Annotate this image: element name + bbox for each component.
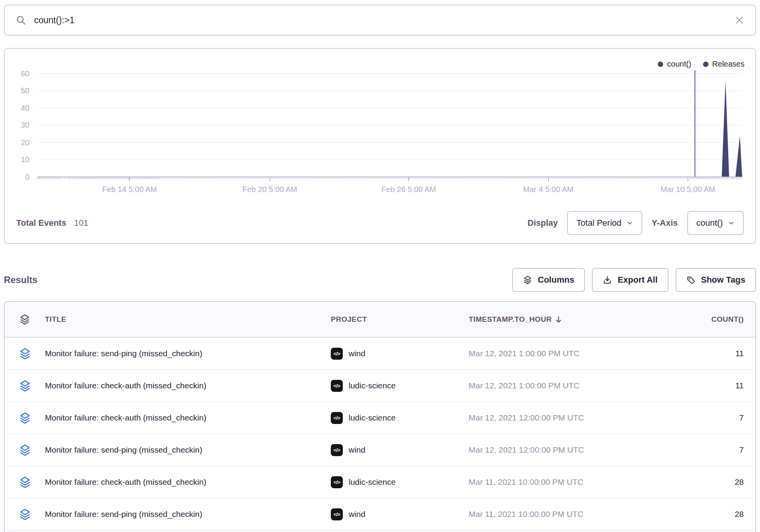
y-axis-tick-label: 40 [5, 103, 29, 113]
x-axis-labels: Feb 14 5:00 AMFeb 20 5:00 AMFeb 26 5:00 … [37, 185, 742, 195]
stack-icon[interactable] [19, 347, 31, 360]
event-title: Monitor failure: send-ping (missed_check… [45, 445, 331, 455]
total-events-label: Total Events [16, 218, 66, 228]
chart-plot-area [37, 70, 742, 177]
chevron-down-icon [728, 220, 734, 226]
event-timestamp: Mar 11, 2021 10:00:00 PM UTC [469, 510, 662, 519]
display-dropdown-value: Total Period [576, 218, 621, 228]
event-timestamp: Mar 12, 2021 1:00:00 PM UTC [469, 381, 662, 390]
legend-dot-releases-icon [703, 62, 708, 67]
results-header-row: Results Columns Export All Show Tags [4, 268, 756, 292]
stack-icon[interactable] [19, 314, 31, 325]
event-count: 28 [662, 510, 755, 519]
table-row: Monitor failure: send-ping (missed_check… [5, 338, 755, 370]
project-cell: </> wind [331, 444, 469, 456]
project-name: wind [349, 510, 365, 519]
stack-icon [523, 275, 532, 285]
table-row: Monitor failure: check-auth (missed_chec… [5, 466, 755, 498]
stack-icon[interactable] [19, 412, 31, 424]
stack-icon[interactable] [19, 476, 31, 489]
y-axis-dropdown-value: count() [696, 218, 723, 228]
column-header-title[interactable]: TITLE [45, 315, 331, 324]
table-row: Monitor failure: check-auth (missed_chec… [5, 370, 755, 402]
project-platform-icon: </> [331, 380, 343, 392]
y-axis-tick-label: 20 [5, 138, 29, 147]
project-name: wind [349, 445, 365, 455]
x-axis-major-tick [548, 177, 549, 181]
event-timestamp: Mar 11, 2021 10:00:00 PM UTC [469, 477, 662, 487]
stack-icon[interactable] [19, 508, 31, 521]
project-name: ludic-science [349, 381, 395, 390]
y-axis-tick-label: 10 [5, 155, 29, 164]
legend-item-releases[interactable]: Releases [703, 60, 745, 69]
stack-icon[interactable] [19, 444, 31, 456]
show-tags-button-label: Show Tags [701, 275, 746, 285]
table-row: Monitor failure: send-ping (missed_check… [5, 498, 755, 530]
event-count: 7 [662, 445, 755, 455]
event-count: 28 [662, 477, 755, 487]
legend-label: count() [667, 60, 691, 69]
project-platform-icon: </> [331, 348, 343, 360]
event-title: Monitor failure: send-ping (missed_check… [45, 510, 331, 519]
columns-button[interactable]: Columns [512, 268, 585, 292]
project-cell: </> ludic-science [331, 412, 469, 424]
legend-label: Releases [712, 60, 745, 69]
y-axis-tick-label: 60 [5, 69, 29, 78]
x-axis-tick-label: Feb 20 5:00 AM [242, 185, 297, 194]
search-input[interactable] [34, 15, 734, 26]
x-axis-tick-label: Mar 10 5:00 AM [660, 185, 715, 194]
total-events-value: 101 [74, 218, 88, 228]
event-title: Monitor failure: send-ping (missed_check… [45, 349, 331, 358]
table-footer-strip [5, 530, 755, 532]
x-axis-major-tick [688, 177, 688, 181]
x-axis-major-tick [408, 177, 409, 181]
table-header-row: TITLE PROJECT TIMESTAMP.TO_HOUR COUNT() [5, 302, 755, 338]
search-icon [15, 15, 26, 26]
stack-icon[interactable] [19, 379, 31, 392]
arrow-down-icon [555, 316, 562, 323]
project-platform-icon: </> [331, 476, 343, 488]
project-platform-icon: </> [331, 444, 343, 456]
table-row: Monitor failure: send-ping (missed_check… [5, 434, 755, 466]
x-axis-tick-label: Feb 14 5:00 AM [102, 185, 157, 194]
x-axis-major-tick [270, 177, 270, 181]
project-cell: </> ludic-science [331, 476, 469, 488]
legend-dot-count-icon [658, 62, 663, 67]
project-name: wind [349, 349, 365, 358]
legend-item-count[interactable]: count() [658, 60, 691, 69]
event-timestamp: Mar 12, 2021 12:00:00 PM UTC [469, 413, 662, 422]
project-platform-icon: </> [331, 412, 343, 424]
event-count: 11 [662, 381, 755, 390]
columns-button-label: Columns [538, 275, 574, 285]
display-dropdown[interactable]: Total Period [567, 211, 642, 235]
table-row: Monitor failure: check-auth (missed_chec… [5, 402, 755, 434]
tag-icon [686, 275, 696, 285]
results-actions: Columns Export All Show Tags [512, 268, 756, 292]
results-table: TITLE PROJECT TIMESTAMP.TO_HOUR COUNT() … [4, 301, 756, 532]
event-title: Monitor failure: check-auth (missed_chec… [45, 413, 331, 422]
export-all-button[interactable]: Export All [592, 268, 668, 292]
column-header-count[interactable]: COUNT() [662, 315, 755, 324]
project-platform-icon: </> [331, 508, 343, 520]
column-header-project[interactable]: PROJECT [331, 315, 469, 324]
show-tags-button[interactable]: Show Tags [676, 268, 757, 292]
y-axis-dropdown[interactable]: count() [687, 211, 744, 235]
close-icon[interactable] [734, 15, 745, 25]
y-axis-tick-label: 50 [5, 86, 29, 95]
event-timestamp: Mar 12, 2021 12:00:00 PM UTC [469, 445, 662, 455]
search-bar [4, 5, 756, 36]
y-axis-label: Y-Axis [652, 218, 677, 228]
project-name: ludic-science [349, 413, 395, 422]
column-header-timestamp[interactable]: TIMESTAMP.TO_HOUR [469, 315, 662, 324]
y-axis-tick-label: 0 [5, 172, 29, 182]
x-axis-ticks [37, 177, 742, 181]
count-series-area [37, 81, 742, 177]
x-axis-tick-label: Mar 4 5:00 AM [523, 185, 573, 194]
event-count: 11 [662, 349, 755, 358]
download-icon [603, 275, 612, 285]
event-count: 7 [662, 413, 755, 422]
export-all-button-label: Export All [617, 275, 657, 285]
x-axis-major-tick [129, 177, 130, 181]
project-cell: </> wind [331, 508, 469, 520]
event-timestamp: Mar 12, 2021 1:00:00 PM UTC [469, 349, 662, 358]
